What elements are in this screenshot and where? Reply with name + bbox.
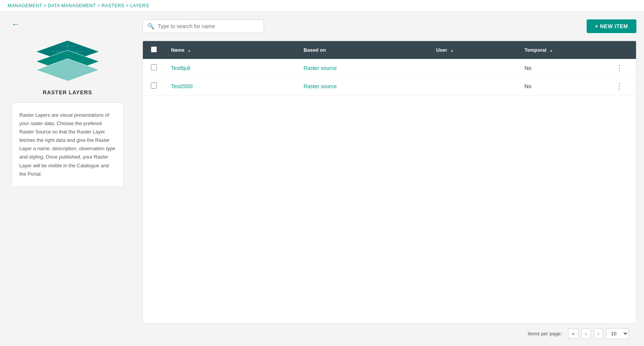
search-box[interactable]: 🔍 xyxy=(142,19,264,33)
breadcrumb: MANAGEMENT > DATA MANAGEMENT > RASTERS >… xyxy=(0,0,644,12)
row-temporal-cell: No xyxy=(519,77,607,95)
row-user-cell xyxy=(430,77,519,95)
row-name-cell[interactable]: Test6juli xyxy=(165,59,297,77)
sidebar-title: RASTER LAYERS xyxy=(43,89,92,95)
sidebar-description: Raster Layers are visual presentations o… xyxy=(11,102,123,187)
col-header-user[interactable]: User ▲ xyxy=(430,41,519,59)
row-name-cell[interactable]: Test2000 xyxy=(165,77,297,95)
items-per-page-label: Items per page: xyxy=(528,331,562,336)
next-page-button[interactable]: › xyxy=(594,329,603,339)
select-all-checkbox[interactable] xyxy=(151,46,157,52)
col-header-name[interactable]: Name ▲ xyxy=(165,41,297,59)
row-checkbox[interactable] xyxy=(151,83,157,89)
new-item-button[interactable]: + NEW ITEM xyxy=(587,19,636,33)
table-row: Test2000 Raster source No ⋮ xyxy=(143,77,636,95)
row-checkbox-cell[interactable] xyxy=(143,77,165,95)
top-bar: 🔍 + NEW ITEM xyxy=(142,19,636,33)
back-button[interactable]: ← xyxy=(11,19,20,29)
row-actions-cell[interactable]: ⋮ xyxy=(607,77,636,95)
pagination-bar: Items per page: « ‹ › 102550100 xyxy=(142,324,636,344)
prev-page-button[interactable]: ‹ xyxy=(581,329,590,339)
search-input[interactable] xyxy=(158,23,259,29)
col-header-temporal[interactable]: Temporal ▲ xyxy=(519,41,607,59)
col-header-based-on: Based on xyxy=(297,41,430,59)
row-actions-button[interactable]: ⋮ xyxy=(613,83,626,90)
search-icon: 🔍 xyxy=(147,23,155,30)
col-header-actions xyxy=(607,41,636,59)
row-user-cell xyxy=(430,59,519,77)
row-temporal-value: No xyxy=(525,83,532,89)
raster-layers-icon xyxy=(30,37,106,83)
row-based-on-link[interactable]: Raster source xyxy=(304,83,337,89)
row-based-on-cell[interactable]: Raster source xyxy=(297,77,430,95)
row-based-on-cell[interactable]: Raster source xyxy=(297,59,430,77)
row-temporal-cell: No xyxy=(519,59,607,77)
row-name-link[interactable]: Test2000 xyxy=(171,83,193,89)
row-checkbox[interactable] xyxy=(151,64,157,70)
row-based-on-link[interactable]: Raster source xyxy=(304,65,337,71)
items-per-page-select[interactable]: 102550100 xyxy=(606,328,629,339)
table-body: Test6juli Raster source No ⋮ Test2000 R xyxy=(143,59,636,95)
row-actions-cell[interactable]: ⋮ xyxy=(607,59,636,77)
sidebar: ← RASTER LAYERS xyxy=(0,12,135,344)
row-temporal-value: No xyxy=(525,65,532,71)
user-sort-icon: ▲ xyxy=(450,48,454,52)
row-actions-button[interactable]: ⋮ xyxy=(613,65,626,71)
name-sort-icon: ▲ xyxy=(187,48,191,52)
table-header-row: Name ▲ Based on User ▲ Temporal ▲ xyxy=(143,41,636,59)
row-name-link[interactable]: Test6juli xyxy=(171,65,190,71)
temporal-sort-icon: ▲ xyxy=(549,48,553,52)
back-icon: ← xyxy=(11,19,20,29)
table-row: Test6juli Raster source No ⋮ xyxy=(143,59,636,77)
content-area: 🔍 + NEW ITEM Name ▲ xyxy=(135,12,644,344)
select-all-header[interactable] xyxy=(143,41,165,59)
row-checkbox-cell[interactable] xyxy=(143,59,165,77)
raster-layers-table: Name ▲ Based on User ▲ Temporal ▲ xyxy=(143,41,636,95)
table-container: Name ▲ Based on User ▲ Temporal ▲ xyxy=(142,41,636,324)
first-page-button[interactable]: « xyxy=(568,329,578,339)
